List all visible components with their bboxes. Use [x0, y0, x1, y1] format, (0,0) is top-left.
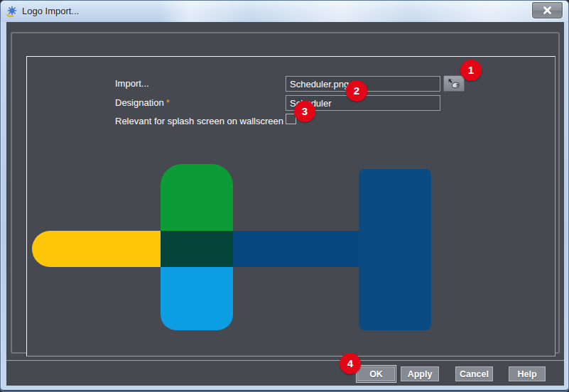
annotation-badge-4: 4: [340, 353, 361, 374]
apply-button[interactable]: Apply: [401, 366, 439, 381]
browse-hand-icon: [448, 78, 460, 89]
close-icon: [543, 6, 552, 14]
dialog-client-area: Import... Designation* Relevant for spla…: [6, 22, 564, 386]
logo-green-segment: [161, 164, 233, 231]
annotation-badge-3: 3: [294, 101, 315, 122]
button-row-separator: [6, 360, 564, 361]
close-button[interactable]: [532, 2, 563, 18]
logo-blue-bar: [233, 231, 359, 267]
logo-yellow-bar: [32, 231, 161, 267]
logo-import-dialog: Logo Import... Import...: [0, 0, 569, 392]
import-label: Import...: [115, 76, 149, 92]
cancel-button[interactable]: Cancel: [455, 366, 493, 381]
logo-lightblue-segment: [161, 267, 233, 330]
window-title: Logo Import...: [22, 1, 79, 22]
outer-group-border: Import... Designation* Relevant for spla…: [11, 32, 560, 354]
annotation-badge-2: 2: [346, 80, 367, 102]
logo-blue-rectangle: [359, 169, 431, 330]
designation-label: Designation*: [115, 95, 170, 111]
ok-button[interactable]: OK: [357, 366, 395, 381]
app-icon: [6, 6, 18, 17]
logo-teal-intersection: [161, 231, 233, 267]
required-asterisk: *: [166, 97, 170, 108]
browse-button[interactable]: [443, 75, 465, 92]
help-button[interactable]: Help: [509, 366, 546, 381]
splash-screen-label: Relevant for splash screen on wallscreen: [115, 114, 283, 129]
annotation-badge-1: 1: [460, 60, 482, 81]
title-bar[interactable]: Logo Import...: [1, 1, 568, 22]
content-panel: Import... Designation* Relevant for spla…: [26, 56, 556, 356]
